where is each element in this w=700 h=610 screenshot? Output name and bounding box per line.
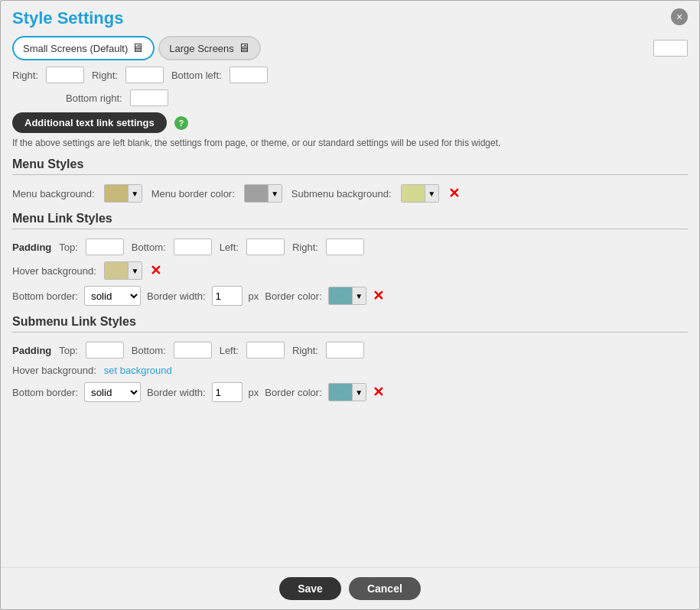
top-right-inputs [647, 40, 688, 57]
menu-styles-color-row: Menu background: ▼ Menu border color: ▼ … [12, 184, 688, 203]
submenu-link-left-label: Left: [220, 345, 239, 356]
submenu-link-hover-label: Hover background: [12, 365, 96, 376]
menu-link-top-input[interactable] [86, 238, 124, 255]
submenu-link-border-color-label: Border color: [265, 387, 321, 398]
menu-border-picker[interactable]: ▼ [244, 184, 282, 203]
menu-link-right-label: Right: [292, 242, 318, 253]
menu-link-border-style-select[interactable]: solid none dashed dotted [84, 286, 141, 306]
help-icon[interactable]: ? [174, 116, 188, 130]
menu-bg-picker[interactable]: ▼ [104, 184, 142, 203]
save-button[interactable]: Save [279, 577, 341, 600]
dialog-content: Small Screens (Default) 🖥 Large Screens … [1, 32, 699, 567]
right-label-2: Right: [92, 70, 118, 81]
right-input-1[interactable] [46, 67, 84, 83]
menu-link-hover-arrow[interactable]: ▼ [128, 261, 142, 280]
menu-link-bottom-input[interactable] [174, 238, 212, 255]
menu-link-hover-picker[interactable]: ▼ [104, 261, 142, 280]
menu-styles-header: Menu Styles [12, 157, 688, 175]
set-bg-link[interactable]: set background [104, 365, 172, 376]
submenu-link-border-color-arrow[interactable]: ▼ [352, 383, 366, 401]
submenu-link-border-color-clear[interactable]: ✕ [373, 385, 384, 399]
menu-link-border-width-label: Border width: [147, 290, 206, 302]
submenu-bg-clear[interactable]: ✕ [448, 187, 460, 200]
submenu-link-border-color-picker[interactable]: ▼ [328, 383, 366, 401]
tab-large-screens[interactable]: Large Screens 🖥 [158, 36, 261, 60]
submenu-link-top-input[interactable] [86, 342, 124, 359]
menu-link-hover-row: Hover background: ▼ ✕ [12, 261, 688, 280]
submenu-link-padding-row: Padding Top: Bottom: Left: Right: [12, 342, 688, 359]
menu-link-border-color-arrow[interactable]: ▼ [352, 287, 366, 305]
submenu-link-border-style-select[interactable]: solid none dashed dotted [84, 382, 141, 402]
tab-small-screens[interactable]: Small Screens (Default) 🖥 [12, 36, 155, 60]
menu-link-px-label: px [249, 290, 259, 302]
menu-link-padding-label: Padding [12, 242, 51, 253]
menu-link-hover-label: Hover background: [12, 265, 96, 277]
submenu-link-right-input[interactable] [326, 342, 364, 359]
submenu-link-styles-header: Submenu Link Styles [12, 315, 688, 333]
small-screen-icon: 🖥 [132, 41, 144, 55]
dialog-header: Style Settings × [1, 1, 699, 32]
dialog-title: Style Settings [12, 8, 123, 28]
corners-row: Right: Right: Bottom left: [12, 67, 688, 83]
right-input-2[interactable] [125, 67, 164, 83]
menu-border-label: Menu border color: [151, 188, 235, 200]
submenu-link-px-label: px [249, 387, 259, 398]
menu-bg-swatch [105, 184, 128, 203]
submenu-bg-picker[interactable]: ▼ [401, 184, 439, 203]
submenu-bg-arrow[interactable]: ▼ [425, 184, 438, 203]
menu-link-border-width-input[interactable] [212, 286, 243, 306]
submenu-bg-swatch [402, 184, 425, 203]
menu-link-hover-swatch [105, 261, 128, 280]
right-label-1: Right: [12, 70, 38, 81]
submenu-link-border-color-swatch [329, 383, 352, 401]
submenu-link-right-label: Right: [292, 345, 318, 356]
menu-link-bottom-label: Bottom: [132, 242, 166, 253]
bottom-left-input[interactable] [230, 67, 268, 83]
submenu-link-border-row: Bottom border: solid none dashed dotted … [12, 382, 688, 402]
style-settings-dialog: Style Settings × Small Screens (Default)… [0, 0, 700, 610]
menu-link-bottom-border-label: Bottom border: [12, 290, 78, 302]
bottom-left-label: Bottom left: [171, 70, 222, 81]
additional-text-link-btn[interactable]: Additional text link settings [12, 112, 167, 133]
menu-link-border-row: Bottom border: solid none dashed dotted … [12, 286, 688, 306]
menu-border-swatch [245, 184, 268, 203]
menu-link-left-label: Left: [220, 242, 239, 253]
submenu-link-top-label: Top: [59, 345, 78, 356]
top-right-input[interactable] [653, 40, 688, 57]
submenu-link-bottom-border-label: Bottom border: [12, 387, 78, 398]
info-text: If the above settings are left blank, th… [12, 138, 688, 148]
menu-link-border-color-picker[interactable]: ▼ [328, 287, 366, 305]
dialog-footer: Save Cancel [1, 567, 699, 609]
close-button[interactable]: × [671, 8, 688, 25]
bottom-right-label: Bottom right: [66, 92, 122, 104]
submenu-link-border-width-input[interactable] [212, 382, 243, 402]
menu-link-styles-header: Menu Link Styles [12, 212, 688, 229]
large-screen-icon: 🖥 [238, 41, 250, 55]
bottom-right-input[interactable] [130, 89, 168, 106]
menu-bg-arrow[interactable]: ▼ [128, 184, 142, 203]
menu-link-border-color-clear[interactable]: ✕ [373, 289, 384, 303]
menu-border-arrow[interactable]: ▼ [268, 184, 282, 203]
small-screen-label: Small Screens (Default) [23, 43, 128, 54]
submenu-link-border-width-label: Border width: [147, 387, 206, 398]
menu-link-right-input[interactable] [326, 238, 364, 255]
large-screen-label: Large Screens [169, 43, 234, 54]
tabs-row: Small Screens (Default) 🖥 Large Screens … [12, 32, 688, 60]
cancel-button[interactable]: Cancel [349, 577, 421, 600]
menu-link-padding-row: Padding Top: Bottom: Left: Right: [12, 238, 688, 255]
submenu-link-bottom-input[interactable] [174, 342, 212, 359]
menu-link-border-color-label: Border color: [265, 290, 321, 302]
menu-link-top-label: Top: [59, 242, 78, 253]
text-link-row: Additional text link settings ? [12, 112, 688, 133]
menu-link-left-input[interactable] [246, 238, 285, 255]
submenu-link-hover-row: Hover background: set background [12, 365, 688, 376]
menu-bg-label: Menu background: [12, 188, 95, 200]
submenu-link-bottom-label: Bottom: [132, 345, 166, 356]
submenu-link-left-input[interactable] [246, 342, 285, 359]
menu-link-border-color-swatch [329, 287, 352, 305]
menu-link-hover-clear[interactable]: ✕ [150, 264, 161, 277]
submenu-bg-label: Submenu background: [291, 188, 392, 200]
right-row: Bottom right: [12, 89, 688, 106]
submenu-link-padding-label: Padding [12, 345, 51, 356]
